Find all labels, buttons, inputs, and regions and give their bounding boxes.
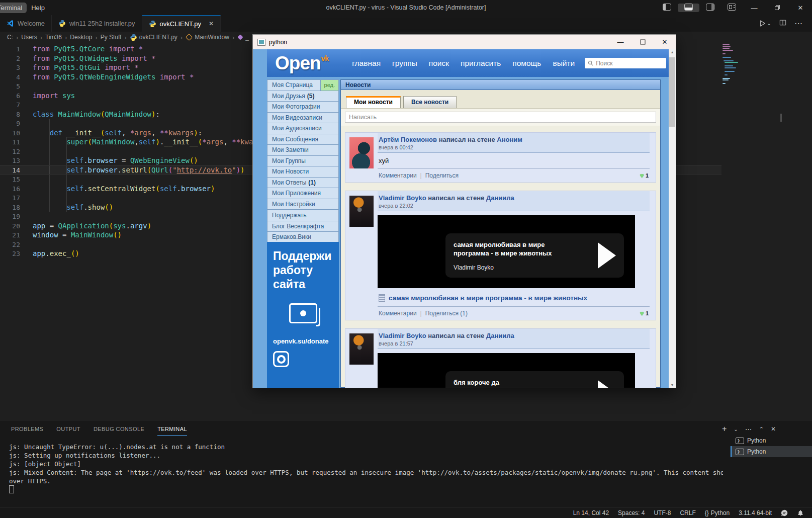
editor-tab-welcome[interactable]: Welcome xyxy=(0,15,52,32)
toggle-panel-icon[interactable] xyxy=(678,4,699,12)
tab-close-icon[interactable]: ✕ xyxy=(209,20,214,27)
avatar[interactable] xyxy=(349,137,374,168)
breadcrumb-item[interactable]: Tim36 xyxy=(45,34,62,41)
run-button[interactable]: ⌄ xyxy=(759,20,771,27)
pywin-maximize-button[interactable] xyxy=(631,35,654,49)
menu-terminal[interactable]: Terminal xyxy=(0,3,27,13)
openvk-logo[interactable]: Openvk xyxy=(275,54,328,72)
sidebar-item[interactable]: Мои Ответы(1) xyxy=(267,178,339,189)
panel-maximize-icon[interactable]: ⌃ xyxy=(759,426,764,433)
panel-tab-terminal[interactable]: TERMINAL xyxy=(157,426,187,436)
post-footer-link[interactable]: Поделиться (1) xyxy=(425,310,468,317)
scroll-down-icon[interactable]: ▼ xyxy=(669,383,676,387)
like-counter[interactable]: ♥1 xyxy=(640,172,649,179)
breadcrumb-item[interactable]: _ xyxy=(245,34,249,41)
feed-tab[interactable]: Мои новости xyxy=(346,96,401,108)
edit-badge[interactable]: ред. xyxy=(320,80,338,91)
status-crlf[interactable]: CRLF xyxy=(680,509,695,516)
nav-link-выйти[interactable]: выйти xyxy=(553,59,575,68)
restore-button[interactable] xyxy=(766,0,789,15)
sidebar-item[interactable]: Моя Страницаред. xyxy=(267,80,339,91)
openvk-scrollbar[interactable]: ▲ ▼ xyxy=(669,49,676,388)
post-footer-link[interactable]: Комментарии xyxy=(379,310,417,317)
feed-tab[interactable]: Все новости xyxy=(403,96,457,108)
sidebar-item[interactable]: Мои Видеозаписи xyxy=(267,113,339,124)
editor-scrollbar[interactable] xyxy=(780,114,782,122)
video-player[interactable]: самая миролюбивая в мире программа - в м… xyxy=(378,215,635,288)
pywin-minimize-button[interactable]: — xyxy=(609,35,631,49)
sidebar-item[interactable]: Блог Веселкрафта xyxy=(267,221,339,232)
avatar[interactable] xyxy=(349,333,374,365)
video-caption-link[interactable]: самая миролюбивая в мире программа - в м… xyxy=(378,292,650,306)
nav-link-группы[interactable]: группы xyxy=(392,59,417,68)
notifications-bell-icon[interactable] xyxy=(797,509,804,516)
sidebar-item[interactable]: Мои Фотографии xyxy=(267,102,339,113)
nav-link-главная[interactable]: главная xyxy=(352,59,381,68)
post-target-link[interactable]: Даниила xyxy=(486,194,514,202)
nav-link-помощь[interactable]: помощь xyxy=(512,59,541,68)
breadcrumb-item[interactable]: C: xyxy=(7,34,13,41)
panel-more-icon[interactable]: ⋯ xyxy=(745,425,752,433)
panel-tab-debug-console[interactable]: DEBUG CONSOLE xyxy=(94,426,144,436)
post-author-link[interactable]: Vladimir Boyko xyxy=(379,332,426,339)
sidebar-item[interactable]: Ермаков.Вики xyxy=(267,232,339,243)
sidebar-item[interactable]: Мои Приложения xyxy=(267,188,339,199)
status-ln-14-col-42[interactable]: Ln 14, Col 42 xyxy=(573,509,609,516)
sidebar-item[interactable]: Мои Аудиозаписи xyxy=(267,123,339,134)
toggle-sidebar-right-icon[interactable] xyxy=(699,4,721,12)
panel-close-icon[interactable]: ✕ xyxy=(771,425,776,433)
nav-link-поиск[interactable]: поиск xyxy=(429,59,449,68)
post-target-link[interactable]: Даниила xyxy=(486,332,514,339)
post-author-link[interactable]: Артём Покемонов xyxy=(379,136,437,143)
terminal-output[interactable]: js: Uncaught TypeError: u(...).nodes.at … xyxy=(9,443,723,506)
sidebar-item[interactable]: Мои Новости xyxy=(267,166,339,178)
breadcrumb-item[interactable]: Desktop xyxy=(70,34,92,41)
sidebar-item[interactable]: Поддержать xyxy=(267,210,339,221)
play-icon[interactable] xyxy=(598,242,616,269)
post-target-link[interactable]: Аноним xyxy=(497,136,522,143)
minimap[interactable] xyxy=(723,44,758,145)
editor-more-actions-icon[interactable]: ⋯ xyxy=(794,19,803,28)
toggle-sidebar-left-icon[interactable] xyxy=(656,4,678,12)
scrollbar-thumb[interactable] xyxy=(669,57,675,127)
nav-link-пригласить[interactable]: пригласить xyxy=(461,59,501,68)
breadcrumb-item[interactable]: Py Stuff xyxy=(101,34,122,41)
post-author-link[interactable]: Vladimir Boyko xyxy=(379,194,426,202)
breadcrumb-item[interactable]: ovkCLIENT.py xyxy=(139,34,177,41)
avatar[interactable] xyxy=(349,196,374,227)
post-footer-link[interactable]: Комментарии xyxy=(379,172,417,179)
sidebar-item[interactable]: Мои Настройки xyxy=(267,199,339,211)
sidebar-item[interactable]: Мои Сообщения xyxy=(267,134,339,145)
new-terminal-icon[interactable]: + xyxy=(722,424,727,434)
status-utf-8[interactable]: UTF-8 xyxy=(654,509,671,516)
like-counter[interactable]: ♥1 xyxy=(640,310,649,317)
panel-tab-output[interactable]: OUTPUT xyxy=(56,426,80,436)
customize-layout-icon[interactable] xyxy=(721,4,743,12)
sidebar-item[interactable]: Мои Группы xyxy=(267,156,339,167)
video-player[interactable]: бля короче даVladimir Boyko xyxy=(378,353,635,388)
donate-banner[interactable]: Поддержи работу сайта openvk.su/donate xyxy=(267,242,339,388)
sidebar-item[interactable]: Мои Друзья(5) xyxy=(267,91,339,102)
python-window-titlebar[interactable]: python — ✕ xyxy=(253,35,676,49)
status-spaces-4[interactable]: Spaces: 4 xyxy=(618,509,645,516)
feedback-icon[interactable] xyxy=(781,509,788,516)
status-python[interactable]: {}Python xyxy=(705,509,730,516)
composer-input[interactable]: Написать xyxy=(345,112,656,123)
panel-tab-problems[interactable]: PROBLEMS xyxy=(11,426,43,436)
breadcrumb-item[interactable]: Users xyxy=(21,34,37,41)
close-button[interactable]: ✕ xyxy=(789,0,812,15)
terminal-instance[interactable]: ❯Python xyxy=(731,435,812,446)
terminal-instance[interactable]: ❯Python xyxy=(731,446,812,457)
editor-tab-win11-25h2-installer-py[interactable]: win11 25h2 installer.py xyxy=(52,15,142,32)
sidebar-item[interactable]: Мои Заметки xyxy=(267,145,339,156)
editor-tab-ovkclient-py[interactable]: ovkCLIENT.py✕ xyxy=(142,15,221,32)
scroll-up-icon[interactable]: ▲ xyxy=(669,50,676,54)
pywin-close-button[interactable]: ✕ xyxy=(654,35,676,49)
menu-help[interactable]: Help xyxy=(27,3,49,13)
split-editor-icon[interactable] xyxy=(779,19,786,28)
terminal-dropdown-icon[interactable]: ⌄ xyxy=(734,426,738,432)
breadcrumb-item[interactable]: MainWindow xyxy=(195,34,229,41)
play-icon[interactable] xyxy=(598,380,616,388)
post-footer-link[interactable]: Поделиться xyxy=(425,172,459,179)
minimize-button[interactable]: — xyxy=(743,0,766,15)
